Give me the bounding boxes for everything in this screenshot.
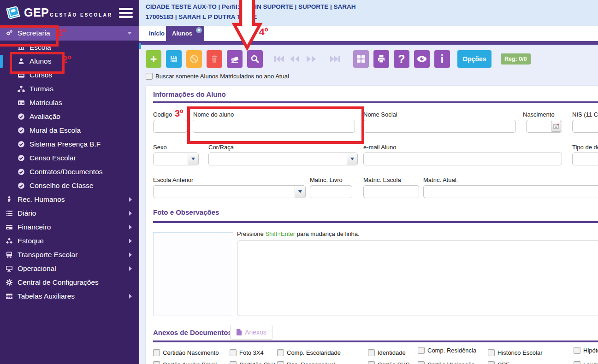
checkbox[interactable]: [277, 361, 284, 364]
section-divider: [153, 101, 598, 103]
sidebar-item-cursos[interactable]: Cursos: [0, 68, 139, 82]
checkbox[interactable]: [574, 361, 580, 364]
hamburger-menu-icon[interactable]: [119, 8, 133, 18]
checkbox[interactable]: [368, 361, 375, 364]
grid-view-button[interactable]: [353, 50, 369, 68]
sidebar-item-central-configuracoes[interactable]: Central de Configurações: [0, 276, 139, 289]
checkbox[interactable]: [574, 347, 580, 354]
doc-checkbox-item: Histórico Escolar: [488, 349, 543, 356]
checkbox[interactable]: [153, 349, 160, 356]
sidebar-item-censo-escolar[interactable]: Censo Escolar: [0, 151, 139, 165]
cancel-button[interactable]: [186, 50, 202, 68]
sidebar-item-alunos[interactable]: Alunos: [0, 54, 139, 68]
check-circle-icon: [17, 168, 25, 176]
sidebar-item-label: Contratos/Documentos: [30, 168, 103, 176]
sexo-select[interactable]: [153, 153, 199, 165]
checkbox[interactable]: [230, 361, 237, 364]
sidebar-item-matriculas[interactable]: Matriculas: [0, 96, 139, 110]
checkbox[interactable]: [418, 347, 425, 354]
email-field[interactable]: [363, 153, 562, 165]
sidebar-item-escola[interactable]: Escola: [0, 41, 139, 54]
email-label: e-mail Aluno: [363, 144, 397, 151]
nascimento-label: Nascimento: [523, 111, 555, 118]
info-button[interactable]: i: [434, 50, 450, 68]
tipo-field[interactable]: [572, 153, 598, 165]
anexos-button[interactable]: Anexos: [230, 325, 272, 340]
next-record-button[interactable]: [305, 50, 316, 68]
matric-livro-field[interactable]: [310, 185, 352, 198]
print-button[interactable]: [373, 50, 389, 68]
nome-aluno-label: Nome do aluno: [193, 111, 234, 118]
codigo-field[interactable]: [153, 120, 187, 133]
escola-anterior-select[interactable]: [153, 185, 306, 198]
doc-checkbox-item: Certidão Nascimento: [153, 349, 219, 356]
checkbox[interactable]: [488, 361, 495, 364]
sidebar-item-avaliacao[interactable]: Avaliação: [0, 110, 139, 123]
matric-escola-field[interactable]: [363, 185, 419, 198]
checkbox[interactable]: [488, 349, 495, 356]
sidebar-item-conselho-de-classe[interactable]: Conselho de Classe: [0, 179, 139, 193]
checkbox[interactable]: [368, 349, 375, 356]
ban-icon: [189, 54, 199, 64]
nome-aluno-field[interactable]: [193, 120, 355, 133]
student-form-panel: Informações do Aluno Codigo Nome do alun…: [145, 85, 598, 364]
info-icon: i: [441, 53, 444, 65]
sidebar-item-label: Tabelas Auxiliares: [18, 292, 75, 300]
context-line-1: CIDADE TESTE AUX-TO | Perfil: ADMIN SUPO…: [146, 3, 356, 10]
sidebar-item-contratos-documentos[interactable]: Contratos/Documentos: [0, 165, 139, 179]
panel-edge-notch: [139, 43, 141, 49]
doc-checkbox-item: Cartão Auxílio Brasil: [153, 361, 217, 364]
section-divider: [153, 221, 598, 223]
first-record-button[interactable]: [274, 50, 285, 68]
doc-checkbox-item: Doc. Responsável: [277, 361, 336, 364]
sidebar-item-label: Rec. Humanos: [18, 195, 65, 204]
sidebar-item-label: Sistema Presença B.F: [30, 140, 101, 148]
chevron-down-icon: [127, 32, 132, 35]
nis-label: NIS (11 C: [572, 111, 598, 118]
filter-checkbox[interactable]: [146, 73, 153, 80]
last-record-button[interactable]: [329, 50, 340, 68]
view-button[interactable]: [414, 50, 430, 68]
sidebar-item-label: Avaliação: [30, 112, 60, 121]
search-button[interactable]: [247, 50, 263, 68]
nome-social-field[interactable]: [363, 120, 516, 133]
tab-alunos[interactable]: Alunos: [166, 26, 204, 41]
observacoes-textarea[interactable]: [237, 241, 598, 316]
sidebar-item-label: Alunos: [30, 57, 51, 65]
matric-atual-field[interactable]: [423, 185, 598, 198]
nis-field[interactable]: [572, 120, 598, 133]
sidebar-item-transporte-escolar[interactable]: Transporte Escolar: [0, 248, 139, 262]
previous-record-button[interactable]: [290, 50, 301, 68]
options-button[interactable]: Opções: [457, 50, 491, 68]
sidebar-item-operacional[interactable]: Operacional: [0, 262, 139, 276]
delete-button[interactable]: [207, 50, 222, 68]
sidebar: GEP GESTÃO ESCOLAR Secretaria Escola: [0, 0, 139, 364]
sidebar-item-diario[interactable]: Diário: [0, 206, 139, 220]
sidebar-item-secretaria[interactable]: Secretaria: [0, 26, 139, 41]
help-button[interactable]: ?: [394, 50, 409, 68]
save-button[interactable]: [166, 50, 182, 68]
doc-checkbox-item: Certidão Civil: [230, 361, 275, 364]
photo-upload-box[interactable]: [153, 232, 233, 316]
checkbox[interactable]: [277, 349, 284, 356]
calendar-icon[interactable]: [551, 121, 561, 132]
add-button[interactable]: +: [146, 50, 161, 68]
sidebar-item-mural-da-escola[interactable]: Mural da Escola: [0, 123, 139, 137]
tab-underline-bar: [139, 41, 598, 45]
checkbox[interactable]: [230, 349, 237, 356]
clear-button[interactable]: [227, 50, 243, 68]
sidebar-item-rec-humanos[interactable]: Rec. Humanos: [0, 193, 139, 206]
sidebar-item-turmas[interactable]: Turmas: [0, 82, 139, 96]
checkbox[interactable]: [153, 361, 160, 364]
sidebar-item-financeiro[interactable]: Financeiro: [0, 220, 139, 234]
checkbox[interactable]: [418, 361, 425, 364]
cor-raca-select[interactable]: [208, 153, 358, 165]
sidebar-item-estoque[interactable]: Estoque: [0, 234, 139, 248]
eye-icon: [416, 55, 427, 63]
escola-anterior-label: Escola Anterior: [153, 176, 193, 183]
list-icon: [17, 71, 25, 79]
sidebar-item-tabelas-auxiliares[interactable]: Tabelas Auxiliares: [0, 289, 139, 303]
sidebar-item-sistema-presenca[interactable]: Sistema Presença B.F: [0, 137, 139, 151]
close-tab-icon[interactable]: [196, 27, 202, 33]
sidebar-menu: Secretaria Escola Alunos C: [0, 26, 139, 303]
